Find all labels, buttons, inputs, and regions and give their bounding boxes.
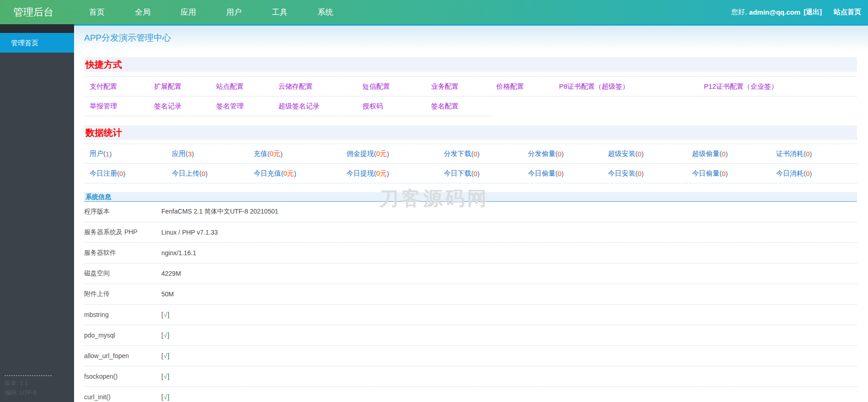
stat-value: 3 [188, 150, 192, 158]
sidebar-version-label: 版本: 2.1 [5, 378, 69, 388]
sidebar: 管理首页 版本: 2.1 编码: UTF-8 [0, 24, 74, 402]
sidebar-top-strip [0, 24, 74, 33]
stat-cell: 今日偷量(0) [687, 164, 771, 183]
shortcut-link[interactable]: 云储存配置 [278, 82, 313, 91]
stat-label: 证书消耗( [776, 150, 806, 158]
stat-label: 超级安装( [608, 150, 638, 158]
system-info-label: 服务器软件 [84, 249, 161, 257]
app-brand[interactable]: 管理后台 [0, 5, 74, 19]
stat-label: 用户( [90, 150, 106, 158]
stats-heading: 数据统计 [84, 125, 857, 140]
system-info-value: [√] [161, 373, 169, 380]
stat-value: 0 [806, 150, 809, 158]
stat-value: 0元 [376, 150, 387, 158]
stat-close-paren: ) [809, 170, 812, 177]
system-info-row: 服务器系统及 PHPLinux / PHP v7.1.33 [84, 222, 857, 243]
navbar-right: 您好, admin@qq.com [退出] 站点首页 [731, 8, 868, 16]
nav-item-2[interactable]: 全局 [120, 0, 165, 24]
check-icon: √ [163, 373, 168, 380]
stat-label: 今日安装( [608, 169, 638, 178]
check-bracket-close: ] [168, 352, 170, 359]
system-info-row: 附件上传50M [84, 284, 857, 305]
stat-cell: 超级安装(0) [602, 144, 687, 164]
shortcut-link[interactable]: 站点配置 [216, 82, 244, 91]
stat-cell: 今日注册(0) [84, 164, 166, 183]
shortcut-cell: 支付配置 [84, 77, 149, 96]
stat-close-paren: ) [809, 150, 812, 158]
shortcuts-row-1: 支付配置扩展配置站点配置云储存配置短信配置业务配置价格配置P8证书配置（超级签）… [84, 77, 857, 96]
stat-value: 0 [722, 170, 725, 177]
shortcut-link[interactable]: P8证书配置（超级签） [559, 82, 629, 91]
stat-cell: 今日偷量(0) [522, 164, 602, 183]
check-icon: √ [163, 332, 168, 339]
check-bracket-close: ] [168, 332, 170, 339]
nav-item-5[interactable]: 工具 [257, 0, 303, 24]
system-info-label: allow_url_fopen [84, 352, 161, 359]
shortcut-link[interactable]: 签名记录 [154, 102, 181, 111]
system-info-value: [√] [161, 311, 169, 318]
system-info-value: [√] [161, 352, 169, 359]
system-info-row: fsockopen()[√] [84, 366, 857, 387]
logout-link[interactable]: [退出] [804, 8, 822, 16]
shortcut-link[interactable]: 短信配置 [362, 82, 390, 91]
check-icon: √ [163, 393, 168, 401]
stat-value: 0 [474, 150, 477, 158]
shortcut-cell: 云储存配置 [273, 77, 357, 96]
sidebar-encoding-label: 编码: UTF-8 [5, 388, 69, 397]
shortcuts-row-2: 举报管理签名记录签名管理超级签名记录授权码签名配置 [84, 96, 857, 116]
shortcut-link[interactable]: 价格配置 [496, 82, 524, 91]
shortcut-link[interactable]: 签名管理 [216, 102, 244, 111]
shortcuts-rows: 支付配置扩展配置站点配置云储存配置短信配置业务配置价格配置P8证书配置（超级签）… [84, 76, 857, 116]
stat-value: 0 [638, 150, 641, 158]
system-info-label: mbstring [84, 311, 161, 318]
shortcut-link[interactable]: 超级签名记录 [278, 102, 320, 111]
nav-item-1[interactable]: 首页 [74, 0, 120, 24]
shortcut-cell: 签名管理 [211, 96, 273, 116]
stat-cell: 超级偷量(0) [687, 144, 771, 164]
system-info-value: 50M [161, 290, 174, 298]
stat-value: 0元 [376, 169, 387, 178]
stat-label: 充值( [254, 150, 270, 158]
shortcut-cell: 签名记录 [149, 96, 211, 116]
system-info-row: 服务器软件nginx/1.16.1 [84, 243, 857, 263]
stat-label: 今日偷量( [692, 169, 722, 178]
stats-row-1: 用户(1)应用(3)充值(0元)佣金提现(0元)分发下载(0)分发偷量(0)超级… [84, 144, 857, 164]
shortcut-link[interactable]: 举报管理 [90, 102, 117, 111]
stat-cell: 今日充值(0元) [248, 164, 341, 183]
stat-label: 今日偷量( [528, 169, 558, 178]
system-info-row: 程序版本FenfaCMS 2.1 简体中文UTF-8 20210501 [84, 202, 857, 222]
stat-close-paren: ) [641, 150, 644, 158]
shortcut-cell: 超级签名记录 [273, 96, 357, 116]
sidebar-footer-divider [5, 375, 52, 376]
system-info-value: [√] [161, 393, 169, 401]
main-content: APP分发演示管理中心 快捷方式 支付配置扩展配置站点配置云储存配置短信配置业务… [74, 24, 868, 402]
shortcut-link[interactable]: 业务配置 [431, 82, 458, 91]
stat-close-paren: ) [280, 150, 282, 158]
shortcut-link[interactable]: 签名配置 [431, 102, 458, 111]
shortcut-link[interactable]: P12证书配置（企业签） [704, 82, 778, 91]
stat-close-paren: ) [561, 150, 564, 158]
shortcut-cell: P8证书配置（超级签） [554, 77, 698, 96]
nav-item-4[interactable]: 用户 [211, 0, 257, 24]
user-email: admin@qq.com [749, 8, 800, 16]
site-home-link[interactable]: 站点首页 [834, 8, 861, 16]
stat-close-paren: ) [109, 150, 112, 158]
nav-item-3[interactable]: 应用 [165, 0, 211, 24]
check-bracket-close: ] [168, 311, 170, 318]
sidebar-item-admin-home[interactable]: 管理首页 [0, 33, 74, 53]
shortcut-cell: 业务配置 [426, 77, 491, 96]
stat-cell: 今日下载(0) [438, 164, 522, 183]
shortcut-link[interactable]: 支付配置 [90, 82, 117, 91]
stat-cell: 分发偷量(0) [522, 144, 602, 164]
shortcut-cell: 站点配置 [211, 77, 273, 96]
stat-value: 0 [806, 170, 809, 177]
sidebar-footer: 版本: 2.1 编码: UTF-8 [5, 375, 69, 397]
stat-value: 0 [558, 150, 561, 158]
system-info-label: fsockopen() [84, 373, 161, 380]
stat-label: 超级偷量( [692, 150, 722, 158]
shortcut-link[interactable]: 授权码 [362, 102, 383, 111]
shortcut-link[interactable]: 扩展配置 [154, 82, 181, 91]
stat-cell: 应用(3) [166, 144, 248, 164]
check-icon: √ [163, 352, 168, 359]
nav-item-6[interactable]: 系统 [303, 0, 348, 24]
